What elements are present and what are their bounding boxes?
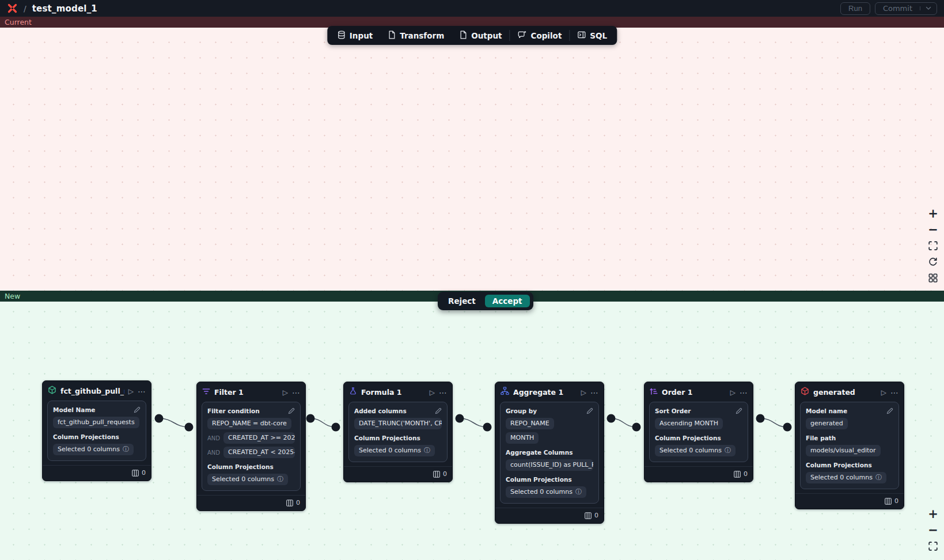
breadcrumb-separator: / (24, 4, 26, 13)
play-icon[interactable]: ▷ (430, 389, 435, 396)
node-footer: 0 (344, 466, 452, 482)
columns-count-icon (433, 471, 440, 478)
accept-button[interactable]: Accept (485, 295, 530, 307)
field-label: Model name (806, 407, 847, 414)
and-label: AND (207, 449, 220, 456)
node-formula[interactable]: Formula 1 ▷ ⋯ Added columns DATE_TRUNC('… (343, 382, 453, 482)
field-label: Aggregate Columns (506, 449, 573, 456)
commit-button[interactable]: Commit (875, 4, 920, 13)
columns-count-icon (585, 512, 592, 519)
flask-icon (349, 387, 357, 398)
current-canvas[interactable] (0, 28, 944, 291)
refresh-layout-icon[interactable] (927, 256, 939, 268)
condition-pill: REPO_NAME = dbt-core (207, 418, 291, 429)
node-filter[interactable]: Filter 1 ▷ ⋯ Filter condition REPO_NAME … (196, 382, 306, 511)
edit-pencil-icon[interactable] (736, 407, 742, 414)
sql-panel-icon (577, 31, 586, 41)
columns-count-icon (734, 471, 741, 478)
groupby-pill: MONTH (506, 432, 539, 444)
field-label: Column Projections (354, 435, 420, 441)
fit-view-icon[interactable] (927, 240, 939, 252)
edit-pencil-icon[interactable] (288, 407, 295, 414)
field-label: Column Projections (806, 462, 872, 468)
node-header: Filter 1 ▷ ⋯ (197, 382, 305, 402)
node-title: Aggregate 1 (513, 388, 577, 397)
field-label: Group by (506, 407, 537, 414)
play-icon[interactable]: ▷ (581, 389, 586, 396)
column-projections-pill: Selected 0 columnsⓘ (806, 472, 886, 483)
info-icon[interactable]: ⓘ (424, 447, 430, 454)
zoom-in-icon[interactable]: + (927, 508, 939, 520)
node-source-model[interactable]: fct_github_pull_requests ▷ ⋯ Model Name … (42, 380, 151, 481)
edit-pencil-icon[interactable] (886, 407, 893, 414)
zoom-out-icon[interactable]: − (927, 224, 939, 235)
aggregate-pill: count(ISSUE_ID) as PULL_REQUEST_… (506, 459, 593, 471)
info-icon[interactable]: ⓘ (123, 446, 129, 452)
more-menu-icon[interactable]: ⋯ (740, 388, 748, 397)
play-icon[interactable]: ▷ (128, 388, 134, 395)
info-icon[interactable]: ⓘ (277, 476, 283, 482)
node-body: Added columns DATE_TRUNC('MONTH', CREATE… (348, 402, 448, 462)
edit-pencil-icon[interactable] (435, 407, 442, 414)
toolbar-item-output[interactable]: Output (452, 26, 509, 45)
field-label: Model Name (53, 406, 96, 413)
node-header: fct_github_pull_requests ▷ ⋯ (43, 381, 151, 401)
node-title: Formula 1 (361, 388, 426, 397)
edit-pencil-icon[interactable] (586, 407, 593, 414)
node-body: Group by REPO_NAME MONTH Aggregate Colum… (500, 402, 599, 504)
reject-button[interactable]: Reject (441, 295, 483, 307)
node-body: Sort Order Ascending MONTH Column Projec… (649, 402, 748, 462)
more-menu-icon[interactable]: ⋯ (292, 388, 300, 397)
file-path-pill: models/visual_editor (806, 445, 881, 456)
toolbar-item-copilot[interactable]: Copilot (510, 26, 570, 45)
model-cube-green-icon (48, 386, 56, 397)
run-button[interactable]: Run (840, 2, 870, 15)
model-cube-red-icon (801, 387, 809, 398)
columns-count-icon (286, 500, 293, 506)
columns-count-icon (885, 498, 892, 505)
filter-icon (202, 387, 210, 398)
column-projections-pill: Selected 0 columnsⓘ (207, 474, 288, 485)
row-count: 0 (296, 499, 300, 506)
more-menu-icon[interactable]: ⋯ (138, 387, 146, 395)
fit-view-icon[interactable] (927, 540, 939, 552)
toolbar-item-input[interactable]: Input (329, 26, 380, 45)
column-projections-pill: Selected 0 columnsⓘ (354, 445, 435, 456)
node-title: Filter 1 (214, 388, 279, 397)
more-menu-icon[interactable]: ⋯ (590, 388, 598, 397)
zoom-in-icon[interactable]: + (927, 208, 939, 219)
play-icon[interactable]: ▷ (283, 389, 288, 396)
row-count: 0 (142, 469, 146, 477)
new-canvas-controls: + − (927, 508, 939, 552)
field-label: Column Projections (53, 433, 119, 440)
field-label: Sort Order (655, 407, 691, 414)
more-menu-icon[interactable]: ⋯ (890, 388, 898, 397)
more-menu-icon[interactable]: ⋯ (439, 388, 447, 397)
condition-pill: CREATED_AT < 2025-03-01 (223, 447, 295, 458)
sort-pill: Ascending MONTH (655, 418, 723, 429)
dbt-logo-icon[interactable] (7, 3, 18, 14)
node-footer: 0 (645, 466, 753, 482)
node-aggregate[interactable]: Aggregate 1 ▷ ⋯ Group by REPO_NAME MONTH… (495, 382, 604, 524)
node-order[interactable]: Order 1 ▷ ⋯ Sort Order Ascending MONTH C… (644, 382, 753, 482)
grid-layout-icon[interactable] (927, 272, 939, 284)
and-label: AND (207, 435, 220, 441)
info-icon[interactable]: ⓘ (725, 447, 731, 454)
new-canvas[interactable]: fct_github_pull_requests ▷ ⋯ Model Name … (0, 302, 944, 560)
node-footer: 0 (197, 495, 305, 511)
node-footer: 0 (43, 465, 151, 481)
info-icon[interactable]: ⓘ (875, 474, 882, 481)
zoom-out-icon[interactable]: − (927, 524, 939, 536)
node-header: Formula 1 ▷ ⋯ (344, 382, 452, 402)
play-icon[interactable]: ▷ (730, 389, 736, 396)
edit-pencil-icon[interactable] (134, 406, 141, 413)
toolbar-item-sql[interactable]: SQL (570, 26, 615, 45)
toolbar-item-transform[interactable]: Transform (380, 26, 452, 45)
info-icon[interactable]: ⓘ (575, 489, 582, 495)
node-title: Order 1 (662, 388, 726, 397)
commit-chevron-down-icon[interactable] (920, 6, 937, 10)
groupby-pill: REPO_NAME (506, 418, 554, 429)
play-icon[interactable]: ▷ (881, 389, 886, 396)
node-output-model[interactable]: generated ▷ ⋯ Model name generated File … (795, 382, 904, 509)
current-canvas-controls: + − (927, 208, 939, 284)
